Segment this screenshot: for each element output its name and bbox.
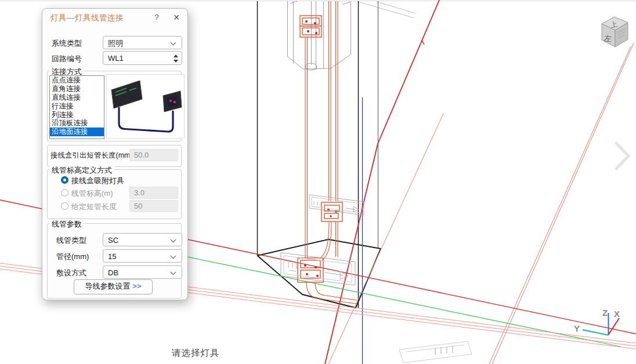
wire-params-button-arrows: >> bbox=[132, 282, 141, 290]
stub-length-field: 50.0 bbox=[129, 149, 178, 161]
diameter-value: 15 bbox=[108, 252, 116, 261]
elevation-value-field: 3.0 bbox=[129, 187, 178, 199]
chevron-down-icon bbox=[171, 237, 176, 243]
connection-preview-image bbox=[106, 74, 185, 139]
radio-snap-to-fixture[interactable] bbox=[61, 176, 68, 184]
stub-length-label: 接线盒引出短管长度(mm) bbox=[50, 151, 133, 161]
list-item-connection-2[interactable]: 直线连接 bbox=[50, 93, 104, 102]
y-axis-label: Y bbox=[574, 323, 580, 333]
ceiling-beam-lines bbox=[358, 2, 415, 18]
close-button[interactable]: ✕ bbox=[170, 12, 183, 23]
x-axis-label: X bbox=[614, 309, 620, 319]
red-diagonal-wire bbox=[325, 0, 439, 364]
spinner-down-icon[interactable] bbox=[174, 60, 178, 63]
view-cube-front-label[interactable]: 左 bbox=[604, 34, 612, 43]
list-item-connection-3[interactable]: 行连接 bbox=[50, 102, 104, 111]
circuit-number-input[interactable]: WL1 bbox=[103, 51, 182, 65]
radio-given-stub-label[interactable]: 给定短管长度 bbox=[71, 202, 117, 212]
spinner-control[interactable] bbox=[173, 54, 179, 63]
radio-given-stub-length[interactable] bbox=[61, 202, 68, 210]
help-button[interactable]: ? bbox=[150, 12, 163, 23]
system-type-value: 照明 bbox=[108, 39, 123, 48]
exit-sign-bottom bbox=[281, 253, 355, 285]
radio-elevation-label[interactable]: 线管标高(m) bbox=[71, 188, 113, 199]
view-cube[interactable]: 上 左 bbox=[602, 17, 628, 47]
conduit-type-label: 线管类型 bbox=[56, 235, 86, 246]
wire-params-button-label: 导线参数设置 bbox=[85, 282, 133, 290]
spinner-up-icon[interactable] bbox=[174, 54, 178, 57]
z-axis-label: Z bbox=[602, 308, 608, 318]
system-type-select[interactable]: 照明 bbox=[103, 36, 182, 49]
list-item-connection-1[interactable]: 直角连接 bbox=[50, 85, 104, 93]
app-window: 上 左 Z X Y 请选择灯具 灯具—灯具线管连接 ? ✕ 系统类型 照明 回路… bbox=[0, 0, 636, 364]
preview-terminal-dot bbox=[174, 101, 176, 104]
conduit-connection-dialog[interactable]: 灯具—灯具线管连接 ? ✕ 系统类型 照明 回路编号 WL1 连接方式 点点连接… bbox=[42, 8, 188, 300]
conduit-params-legend: 线管参数 bbox=[49, 219, 84, 230]
conduit-type-value: SC bbox=[108, 236, 118, 245]
green-wire bbox=[145, 248, 620, 347]
column-wireframe bbox=[287, 1, 351, 70]
conduit-lines bbox=[305, 1, 357, 304]
radio-conduit-elevation[interactable] bbox=[61, 189, 68, 196]
list-item-connection-5[interactable]: 沿顶板连接 bbox=[50, 119, 104, 128]
y-axis-line bbox=[583, 330, 608, 335]
list-item-connection-0[interactable]: 点点连接 bbox=[50, 76, 104, 85]
chevron-down-icon bbox=[171, 40, 176, 46]
radio-snap-label[interactable]: 接线盒吸附灯具 bbox=[71, 176, 124, 186]
preview-drawing bbox=[107, 75, 184, 138]
exit-sign-faint-bottom bbox=[399, 341, 472, 363]
chevron-down-icon bbox=[171, 270, 176, 275]
circuit-number-value: WL1 bbox=[108, 54, 124, 63]
x-axis-line bbox=[608, 318, 619, 335]
axis-triad: Z X Y bbox=[574, 308, 620, 335]
list-item-connection-4[interactable]: 列连接 bbox=[50, 111, 104, 119]
circuit-number-label: 回路编号 bbox=[52, 54, 82, 64]
laying-method-select[interactable]: DB bbox=[103, 265, 182, 279]
conduit-type-select[interactable]: SC bbox=[103, 233, 182, 246]
given-stub-value-field: 50 bbox=[129, 200, 178, 212]
preview-terminal-dot bbox=[169, 100, 172, 103]
list-item-connection-6[interactable]: 沿地面连接 bbox=[50, 128, 104, 136]
laying-method-value: DB bbox=[108, 268, 118, 277]
diameter-label: 管径(mm) bbox=[56, 252, 89, 262]
elevation-mode-legend: 线管标高定义方式 bbox=[49, 165, 114, 176]
command-prompt-text: 请选择灯具 bbox=[172, 347, 220, 359]
laying-method-label: 敷设方式 bbox=[56, 268, 86, 278]
junction-box-top bbox=[300, 16, 321, 37]
wire-params-button[interactable]: 导线参数设置 >> bbox=[74, 279, 153, 294]
preview-exit-sign-left bbox=[111, 81, 142, 108]
chevron-down-icon bbox=[171, 253, 176, 259]
system-type-label: 系统类型 bbox=[52, 38, 82, 49]
connection-method-listbox[interactable]: 点点连接 直角连接 直线连接 行连接 列连接 沿顶板连接 沿地面连接 bbox=[49, 75, 104, 139]
expand-panel-chevron-icon[interactable] bbox=[616, 143, 628, 169]
dialog-title: 灯具—灯具线管连接 bbox=[50, 13, 124, 23]
diameter-select[interactable]: 15 bbox=[103, 249, 182, 263]
